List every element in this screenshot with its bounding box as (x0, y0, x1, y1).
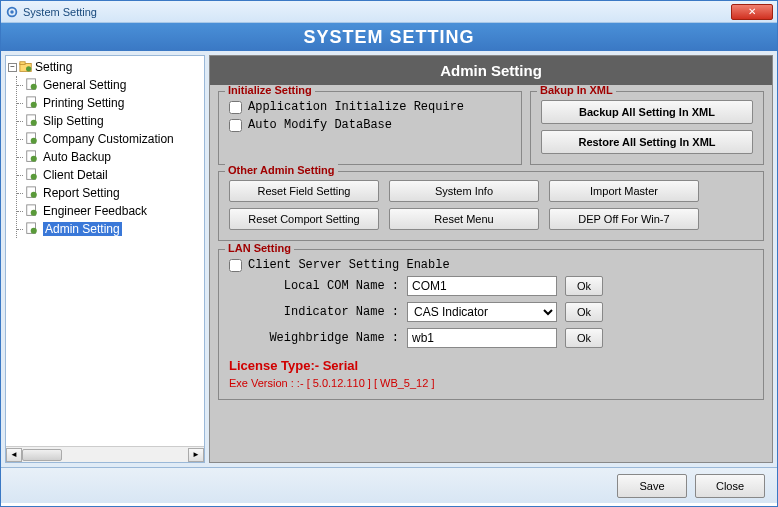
page-gear-icon (25, 204, 39, 218)
svg-rect-3 (20, 62, 25, 65)
local-com-input[interactable] (407, 276, 557, 296)
tree-item-label: Slip Setting (43, 114, 104, 128)
sidebar: − Setting General SettingPrinting Settin… (5, 55, 205, 463)
tree-item[interactable]: Auto Backup (17, 148, 202, 166)
initialize-setting-group: Initialize Setting Application Initializ… (218, 91, 522, 165)
svg-point-1 (10, 10, 14, 14)
folder-gear-icon (19, 60, 33, 74)
tree-item[interactable]: Company Customization (17, 130, 202, 148)
panel-title: Admin Setting (210, 56, 772, 85)
backup-legend: Bakup In XML (537, 85, 616, 96)
tree-item[interactable]: Slip Setting (17, 112, 202, 130)
weighbridge-label: Weighbridge Name : (229, 331, 399, 345)
window-title: System Setting (23, 6, 97, 18)
save-button[interactable]: Save (617, 474, 687, 498)
license-type-text: License Type:- Serial (229, 358, 753, 373)
reset-comport-button[interactable]: Reset Comport Setting (229, 208, 379, 230)
page-gear-icon (25, 150, 39, 164)
dep-off-button[interactable]: DEP Off For Win-7 (549, 208, 699, 230)
indicator-ok-button[interactable]: Ok (565, 302, 603, 322)
client-server-label: Client Server Setting Enable (248, 258, 450, 272)
reset-menu-button[interactable]: Reset Menu (389, 208, 539, 230)
app-init-label: Application Initialize Require (248, 100, 464, 114)
svg-point-10 (31, 120, 37, 126)
system-info-button[interactable]: System Info (389, 180, 539, 202)
horizontal-scrollbar[interactable]: ◄ ► (6, 446, 204, 462)
svg-point-16 (31, 174, 37, 180)
other-admin-group: Other Admin Setting Reset Field Setting … (218, 171, 764, 241)
indicator-label: Indicator Name : (229, 305, 399, 319)
footer: Save Close (1, 467, 777, 503)
lan-setting-group: LAN Setting Client Server Setting Enable… (218, 249, 764, 400)
tree-root-label: Setting (35, 60, 72, 74)
svg-point-14 (31, 156, 37, 162)
tree-item-label: Client Detail (43, 168, 108, 182)
tree-item[interactable]: Client Detail (17, 166, 202, 184)
page-gear-icon (25, 132, 39, 146)
svg-point-12 (31, 138, 37, 144)
auto-modify-label: Auto Modify DataBase (248, 118, 392, 132)
svg-point-20 (31, 210, 37, 216)
tree-root[interactable]: − Setting (8, 60, 202, 74)
tree-item-label: General Setting (43, 78, 126, 92)
client-server-checkbox-row[interactable]: Client Server Setting Enable (229, 258, 753, 272)
indicator-select[interactable]: CAS Indicator (407, 302, 557, 322)
tree-item-label: Admin Setting (43, 222, 122, 236)
svg-point-8 (31, 102, 37, 108)
client-server-checkbox[interactable] (229, 259, 242, 272)
weighbridge-ok-button[interactable]: Ok (565, 328, 603, 348)
exe-version-text: Exe Version : :- [ 5.0.12.110 ] [ WB_5_1… (229, 377, 753, 389)
tree-item-label: Engineer Feedback (43, 204, 147, 218)
local-com-label: Local COM Name : (229, 279, 399, 293)
scroll-left-arrow[interactable]: ◄ (6, 448, 22, 462)
titlebar: System Setting ✕ (1, 1, 777, 23)
scroll-thumb[interactable] (22, 449, 62, 461)
main-panel: Admin Setting Initialize Setting Applica… (209, 55, 773, 463)
tree-item-label: Auto Backup (43, 150, 111, 164)
tree-item[interactable]: General Setting (17, 76, 202, 94)
page-gear-icon (25, 96, 39, 110)
scroll-right-arrow[interactable]: ► (188, 448, 204, 462)
tree-item[interactable]: Report Setting (17, 184, 202, 202)
tree-item-label: Printing Setting (43, 96, 124, 110)
tree-item-label: Company Customization (43, 132, 174, 146)
close-button[interactable]: Close (695, 474, 765, 498)
initialize-legend: Initialize Setting (225, 85, 315, 96)
app-init-checkbox[interactable] (229, 101, 242, 114)
page-gear-icon (25, 114, 39, 128)
restore-all-button[interactable]: Restore All Setting In XML (541, 130, 753, 154)
import-master-button[interactable]: Import Master (549, 180, 699, 202)
svg-point-6 (31, 84, 37, 90)
svg-point-18 (31, 192, 37, 198)
tree-item[interactable]: Admin Setting (17, 220, 202, 238)
backup-xml-group: Bakup In XML Backup All Setting In XML R… (530, 91, 764, 165)
scroll-track[interactable] (22, 448, 188, 462)
other-admin-legend: Other Admin Setting (225, 164, 338, 176)
banner-title: SYSTEM SETTING (1, 23, 777, 51)
weighbridge-input[interactable] (407, 328, 557, 348)
tree-item-label: Report Setting (43, 186, 120, 200)
page-gear-icon (25, 78, 39, 92)
tree: − Setting General SettingPrinting Settin… (6, 56, 204, 446)
auto-modify-checkbox-row[interactable]: Auto Modify DataBase (229, 118, 511, 132)
tree-item[interactable]: Printing Setting (17, 94, 202, 112)
auto-modify-checkbox[interactable] (229, 119, 242, 132)
svg-point-22 (31, 228, 37, 234)
backup-all-button[interactable]: Backup All Setting In XML (541, 100, 753, 124)
window-close-button[interactable]: ✕ (731, 4, 773, 20)
page-gear-icon (25, 168, 39, 182)
lan-legend: LAN Setting (225, 242, 294, 254)
tree-item[interactable]: Engineer Feedback (17, 202, 202, 220)
gear-icon (5, 5, 19, 19)
page-gear-icon (25, 186, 39, 200)
local-com-ok-button[interactable]: Ok (565, 276, 603, 296)
app-init-checkbox-row[interactable]: Application Initialize Require (229, 100, 511, 114)
page-gear-icon (25, 222, 39, 236)
reset-field-button[interactable]: Reset Field Setting (229, 180, 379, 202)
svg-point-4 (26, 66, 31, 71)
tree-toggle[interactable]: − (8, 63, 17, 72)
